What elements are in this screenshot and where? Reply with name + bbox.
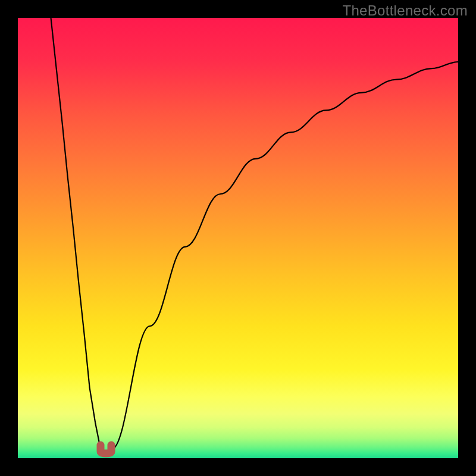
curve-right-branch — [112, 62, 458, 449]
chart-canvas: TheBottleneck.com — [0, 0, 476, 476]
optimum-marker-icon — [101, 445, 111, 453]
plot-area — [18, 18, 458, 458]
curve-left-branch — [51, 18, 101, 449]
watermark-text: TheBottleneck.com — [342, 2, 468, 19]
curve-layer — [18, 18, 458, 458]
